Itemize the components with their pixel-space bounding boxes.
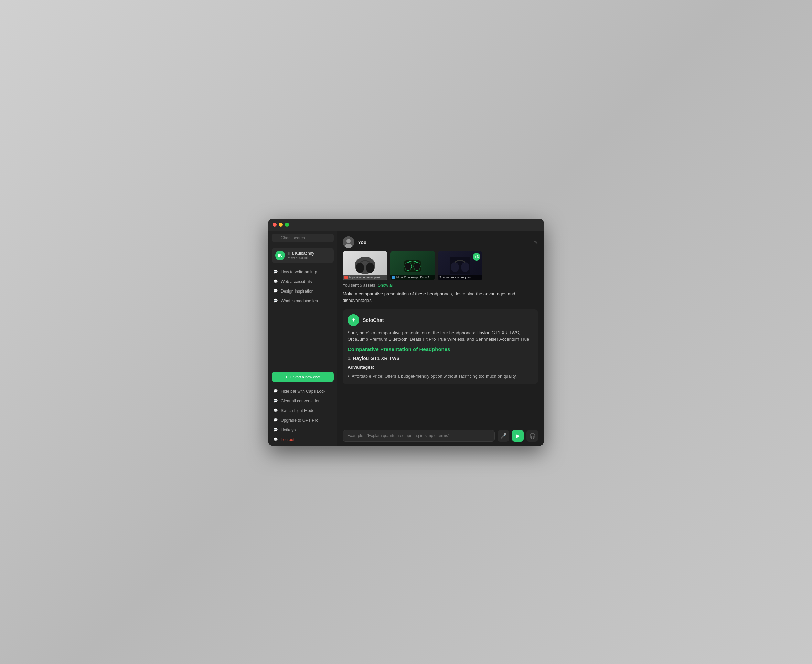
- solochat-name: SoloChat: [363, 317, 384, 323]
- chat-icon: 💬: [273, 270, 278, 274]
- chat-icon: 💬: [273, 289, 278, 293]
- sidebar-item-machine-learning[interactable]: 💬 What is machine lea...: [268, 296, 337, 306]
- input-area: 🎤 ▶ 🎧: [337, 426, 544, 446]
- traffic-lights: [273, 223, 289, 227]
- sidebar-item-web-accessibility[interactable]: 💬 Web accessibility: [268, 277, 337, 286]
- user-plan: Free account: [287, 256, 330, 260]
- solochat-header: ✦ SoloChat: [348, 314, 533, 326]
- edit-icon[interactable]: ✎: [534, 239, 538, 245]
- image-badge: +3: [473, 253, 480, 260]
- chat-icon: 💬: [273, 279, 278, 284]
- image-link-text-3: 3 more links on request: [439, 276, 472, 279]
- solochat-avatar-img: ✦: [348, 314, 359, 326]
- svg-point-1: [346, 239, 351, 243]
- headphone-svg-1: [349, 253, 380, 277]
- sidebar-item-clear-all[interactable]: 💬 Clear all conversations: [268, 396, 337, 406]
- close-button[interactable]: [273, 223, 277, 227]
- svg-point-10: [451, 262, 459, 272]
- headphone-svg-2: [397, 253, 428, 277]
- chat-icon: 💬: [273, 418, 278, 422]
- title-bar: [268, 218, 544, 231]
- headphone-1-title: 1. Haylou GT1 XR TWS: [348, 356, 533, 361]
- send-button[interactable]: ▶: [512, 430, 524, 442]
- svg-point-11: [461, 262, 469, 272]
- chat-icon: 💬: [273, 437, 278, 442]
- sidebar-item-hotkeys[interactable]: 💬 Hotkeys: [268, 425, 337, 435]
- image-link-text-2: https://moresup.pl/mtw4...: [396, 276, 432, 279]
- chat-icon: 💬: [273, 399, 278, 403]
- main-content: ⌕ IK Illia Kulbachny Free account 💬 How: [268, 231, 544, 446]
- user-name-label: You: [358, 239, 366, 245]
- chat-area: You ✎: [337, 231, 544, 446]
- chat-icon: 💬: [273, 298, 278, 303]
- user-info: Illia Kulbachny Free account: [287, 251, 330, 260]
- image-link-overlay-2: https://moresup.pl/mtw4...: [390, 275, 435, 280]
- user-profile[interactable]: IK Illia Kulbachny Free account: [272, 248, 334, 263]
- search-input[interactable]: [272, 234, 334, 242]
- favicon-2: [392, 276, 395, 279]
- maximize-button[interactable]: [285, 223, 289, 227]
- user-avatar: [343, 236, 354, 248]
- avatar: IK: [275, 251, 285, 260]
- sun-icon: 💬: [273, 408, 278, 413]
- headphone-svg-3: [445, 253, 476, 277]
- section-heading: Comparative Presentation of Headphones: [348, 346, 533, 352]
- bullet-item-1: Affordable Price: Offers a budget-friend…: [348, 373, 533, 380]
- svg-point-5: [366, 263, 374, 273]
- audio-button[interactable]: 🎧: [526, 430, 538, 442]
- show-all-link[interactable]: Show all: [378, 283, 393, 288]
- svg-point-4: [356, 263, 364, 273]
- mic-icon: 🎤: [501, 433, 507, 439]
- minimize-button[interactable]: [279, 223, 283, 227]
- search-bar: ⌕: [268, 231, 337, 245]
- images-row: https://sennheiser.pl/o/...: [343, 251, 538, 280]
- chat-input[interactable]: [343, 430, 495, 442]
- svg-point-8: [414, 262, 421, 270]
- svg-text:✦: ✦: [351, 317, 356, 323]
- app-window: ⌕ IK Illia Kulbachny Free account 💬 How: [268, 218, 544, 446]
- assets-count: You sent 5 assets: [343, 283, 375, 288]
- headphone-icon: 🎧: [529, 433, 535, 439]
- solochat-avatar: ✦: [348, 314, 359, 326]
- user-message-header: You ✎: [343, 236, 538, 248]
- solochat-message-block: ✦ SoloChat Sure, here's a comparative pr…: [343, 309, 538, 384]
- advantages-label: Advantages:: [348, 365, 533, 370]
- nav-items: 💬 How to write an imp... 💬 Web accessibi…: [268, 266, 337, 369]
- sidebar-item-design-inspiration[interactable]: 💬 Design inspiration: [268, 286, 337, 296]
- image-thumb-1: https://sennheiser.pl/o/...: [343, 251, 387, 280]
- assets-row: You sent 5 assets Show all: [343, 283, 538, 288]
- sidebar-item-switch-light[interactable]: 💬 Switch Light Mode: [268, 406, 337, 415]
- user-name: Illia Kulbachny: [287, 251, 330, 256]
- chat-icon: 💬: [273, 389, 278, 394]
- sidebar: ⌕ IK Illia Kulbachny Free account 💬 How: [268, 231, 337, 446]
- sidebar-item-hide-bar[interactable]: 💬 Hide bar with Caps Lock: [268, 387, 337, 396]
- sidebar-bottom: 💬 Hide bar with Caps Lock 💬 Clear all co…: [268, 385, 337, 446]
- svg-point-7: [404, 262, 411, 270]
- image-link-overlay-1: https://sennheiser.pl/o/...: [343, 275, 387, 280]
- chat-messages: You ✎: [337, 231, 544, 426]
- solochat-intro: Sure, here's a comparative presentation …: [348, 329, 533, 343]
- sidebar-item-upgrade[interactable]: 💬 Upgrade to GPT Pro: [268, 415, 337, 425]
- image-thumb-3: +3 3 more links on request: [438, 251, 482, 280]
- plus-icon: +: [285, 374, 287, 379]
- favicon-1: [344, 276, 348, 279]
- sidebar-item-log-out[interactable]: 💬 Log out: [268, 435, 337, 444]
- sidebar-item-how-to-write[interactable]: 💬 How to write an imp...: [268, 267, 337, 277]
- mic-button[interactable]: 🎤: [497, 430, 509, 442]
- start-new-chat-button[interactable]: + + Start a new chat: [272, 372, 334, 382]
- image-thumb-2: https://moresup.pl/mtw4...: [390, 251, 435, 280]
- image-link-overlay-3: 3 more links on request: [438, 275, 482, 280]
- user-message-block: You ✎: [343, 236, 538, 304]
- chat-icon: 💬: [273, 428, 278, 432]
- user-message-text: Make a comparative presentation of these…: [343, 291, 538, 304]
- send-icon: ▶: [516, 433, 520, 439]
- image-link-text-1: https://sennheiser.pl/o/...: [349, 276, 383, 279]
- user-avatar-img: [343, 236, 354, 248]
